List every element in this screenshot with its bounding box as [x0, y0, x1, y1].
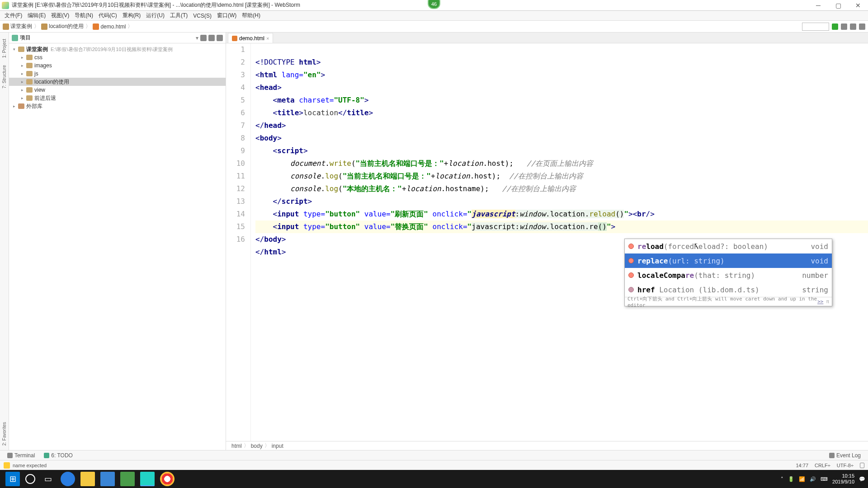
tray-icon[interactable]: 🔋 [788, 476, 794, 482]
chevron-down-icon[interactable]: ▾ [196, 35, 198, 41]
tray-ime-icon[interactable]: ⌨ [821, 476, 828, 482]
cortana-icon[interactable] [25, 474, 35, 484]
structure-breadcrumb: html〉 body〉 input [226, 441, 868, 450]
method-icon [628, 244, 634, 249]
lock-icon[interactable] [860, 463, 864, 468]
breadcrumb-item[interactable]: 课堂案例 [10, 23, 32, 30]
method-icon [628, 272, 634, 278]
debug-icon[interactable] [841, 23, 847, 30]
status-bar: name expected 14:77 CRLF÷ UTF-8÷ [0, 460, 868, 470]
completion-item[interactable]: localeCompare(that: string) number [625, 268, 832, 282]
action-center-icon[interactable]: 💬 [859, 476, 865, 482]
task-view-icon[interactable]: ▭ [41, 472, 55, 486]
status-message: name expected [13, 463, 47, 468]
completion-item-selected[interactable]: replace(url: string) void [625, 253, 832, 268]
rail-structure[interactable]: 7: Structure [2, 65, 7, 89]
webstorm-taskbar-icon[interactable] [140, 472, 155, 486]
menu-bar: 文件(F) 编辑(E) 视图(V) 导航(N) 代码(C) 重构(R) 运行(U… [0, 11, 868, 21]
tree-item[interactable]: ▸css [9, 53, 226, 61]
search-icon[interactable] [859, 23, 865, 30]
left-tool-rail: 1: Project 7: Structure 2: Favorites [0, 33, 9, 450]
tab-filename: demo.html [239, 35, 264, 42]
tray-volume-icon[interactable]: 🔊 [810, 476, 816, 482]
editor-tab[interactable]: demo.html × [228, 33, 273, 43]
tree-item[interactable]: ▸images [9, 61, 226, 70]
warning-icon[interactable] [4, 462, 10, 469]
notification-badge[interactable]: 46 [428, 0, 440, 9]
property-icon [628, 287, 634, 292]
close-button[interactable]: ✕ [848, 0, 868, 11]
html-file-icon [93, 23, 99, 30]
todo-icon [44, 453, 49, 458]
project-tree[interactable]: ▾ 课堂案例 E:\寒假\暑假合7班\2019年9月10日视频和资料\课堂案例 … [9, 43, 226, 112]
window-title: 课堂案例 [E:\寒假\暑假合7班\2019年9月10日视频和资料\课堂案例] … [12, 1, 300, 9]
windows-taskbar: ⊞ ▭ ˄ 🔋 📶 🔊 ⌨ 10:15 2019/9/10 💬 [0, 470, 868, 488]
folder-icon [41, 23, 47, 30]
tree-item[interactable]: ▸js [9, 70, 226, 78]
method-icon [628, 258, 634, 263]
hide-icon[interactable] [217, 35, 223, 41]
completion-item[interactable]: href Location (lib.dom.d.ts) string [625, 282, 832, 297]
app-icon[interactable] [120, 472, 135, 486]
tab-event-log[interactable]: Event Log [825, 452, 865, 459]
tree-item[interactable]: ▸前进后退 [9, 94, 226, 102]
menu-window[interactable]: 窗口(W) [214, 12, 239, 19]
tray-icon[interactable]: 📶 [799, 476, 805, 482]
menu-run[interactable]: 运行(U) [143, 12, 167, 19]
completion-item[interactable]: reload(forcedReload?: boolean) void [625, 239, 832, 253]
menu-view[interactable]: 视图(V) [48, 12, 72, 19]
terminal-icon [7, 453, 13, 458]
line-separator[interactable]: CRLF÷ [815, 463, 830, 468]
tree-item-selected[interactable]: ▸location的使用 [9, 78, 226, 86]
menu-code[interactable]: 代码(C) [96, 12, 120, 19]
tree-root[interactable]: ▾ 课堂案例 E:\寒假\暑假合7班\2019年9月10日视频和资料\课堂案例 [9, 45, 226, 53]
menu-tools[interactable]: 工具(T) [167, 12, 190, 19]
project-panel: 项目 ▾ ▾ 课堂案例 E:\寒假\暑假合7班\2019年9月10日视频和资料\… [9, 33, 226, 450]
run-config-select[interactable] [802, 23, 829, 31]
log-icon [829, 453, 835, 458]
menu-help[interactable]: 帮助(H) [239, 12, 263, 19]
rail-favorites[interactable]: 2: Favorites [2, 422, 7, 446]
explorer-icon[interactable] [80, 472, 95, 486]
completion-hint: Ctrl+向下箭头 and Ctrl+向上箭头 will move caret … [625, 297, 832, 306]
tab-todo[interactable]: 6: TODO [39, 452, 77, 459]
run-icon[interactable] [832, 23, 838, 30]
crumb[interactable]: input [272, 443, 283, 449]
tree-item-external[interactable]: ▸外部库 [9, 102, 226, 110]
gear-icon[interactable] [200, 35, 207, 41]
menu-vcs[interactable]: VCS(S) [190, 13, 214, 19]
bottom-tool-tabs: Terminal 6: TODO Event Log [0, 450, 868, 460]
breadcrumb-item[interactable]: demo.html [100, 23, 126, 30]
code-completion-popup[interactable]: reload(forcedReload?: boolean) void repl… [624, 239, 832, 306]
edge-icon[interactable] [61, 472, 75, 486]
menu-navigate[interactable]: 导航(N) [72, 12, 96, 19]
tab-terminal[interactable]: Terminal [3, 452, 39, 459]
system-clock[interactable]: 10:15 2019/9/10 [832, 473, 854, 485]
project-header-icon [12, 35, 18, 41]
close-tab-icon[interactable]: × [266, 36, 269, 41]
chrome-icon[interactable] [160, 472, 175, 486]
crumb[interactable]: body [251, 443, 263, 449]
project-panel-title: 项目 [20, 34, 196, 42]
tray-chevron-icon[interactable]: ˄ [781, 476, 783, 482]
tree-item[interactable]: ▸view [9, 86, 226, 94]
menu-edit[interactable]: 编辑(E) [25, 12, 48, 19]
app-icon[interactable] [100, 472, 115, 486]
window-titlebar: 课堂案例 [E:\寒假\暑假合7班\2019年9月10日视频和资料\课堂案例] … [0, 0, 868, 11]
hint-link[interactable]: >> [817, 299, 823, 305]
file-encoding[interactable]: UTF-8÷ [837, 463, 854, 468]
crumb[interactable]: html [231, 443, 242, 449]
breadcrumb-item[interactable]: location的使用 [49, 23, 84, 30]
rail-project[interactable]: 1: Project [2, 39, 7, 58]
collapse-icon[interactable] [208, 35, 215, 41]
stop-icon[interactable] [850, 23, 856, 30]
caret-position[interactable]: 14:77 [796, 463, 809, 468]
menu-refactor[interactable]: 重构(R) [120, 12, 144, 19]
start-button[interactable]: ⊞ [5, 472, 20, 486]
navigation-bar: 课堂案例 〉 location的使用 〉 demo.html 〉 [0, 21, 868, 33]
html-file-icon [232, 36, 237, 41]
minimize-button[interactable]: ─ [808, 0, 828, 11]
maximize-button[interactable]: ▢ [828, 0, 848, 11]
menu-file[interactable]: 文件(F) [2, 12, 25, 19]
folder-icon [3, 23, 9, 30]
